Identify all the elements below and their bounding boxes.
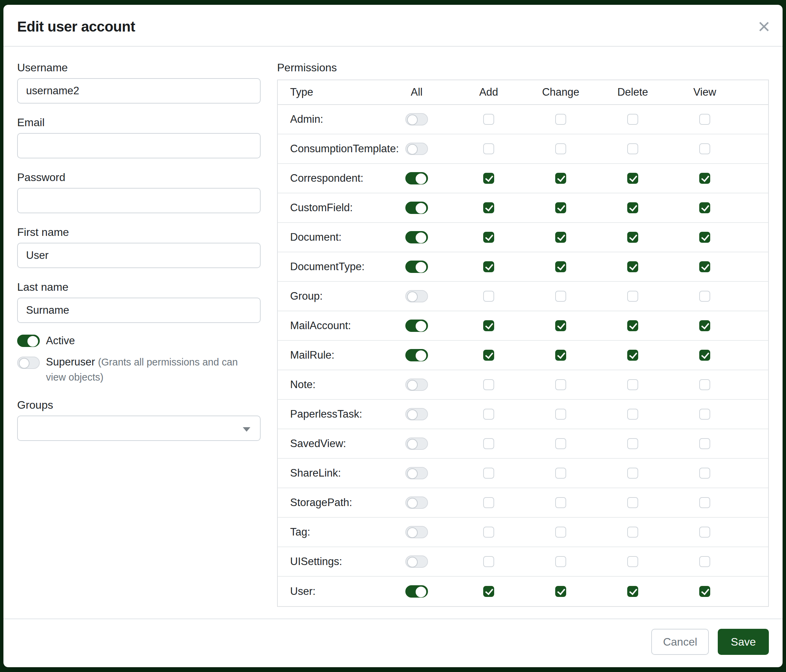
permission-all-toggle[interactable]: [406, 261, 428, 273]
permission-add-checkbox[interactable]: [483, 586, 494, 597]
permission-change-checkbox[interactable]: [555, 556, 566, 567]
permission-delete-checkbox[interactable]: [627, 173, 638, 184]
permission-add-checkbox[interactable]: [483, 438, 494, 449]
cancel-button[interactable]: Cancel: [651, 629, 709, 655]
groups-select[interactable]: [17, 416, 261, 441]
permission-all-cell: [380, 290, 453, 302]
permission-all-toggle[interactable]: [406, 496, 428, 509]
permission-view-checkbox[interactable]: [699, 261, 710, 272]
permission-add-checkbox[interactable]: [483, 556, 494, 567]
permission-change-checkbox[interactable]: [555, 409, 566, 420]
permission-delete-checkbox[interactable]: [627, 586, 638, 597]
permission-view-checkbox[interactable]: [699, 527, 710, 538]
permission-delete-checkbox[interactable]: [627, 468, 638, 479]
permission-add-checkbox[interactable]: [483, 173, 494, 184]
permission-all-toggle[interactable]: [406, 438, 428, 450]
permission-all-toggle[interactable]: [406, 378, 428, 391]
permission-delete-checkbox[interactable]: [627, 232, 638, 243]
permission-change-checkbox[interactable]: [555, 114, 566, 125]
permission-add-checkbox[interactable]: [483, 143, 494, 154]
permission-change-checkbox[interactable]: [555, 350, 566, 361]
permission-delete-checkbox[interactable]: [627, 438, 638, 449]
permission-delete-checkbox[interactable]: [627, 409, 638, 420]
permission-add-checkbox[interactable]: [483, 379, 494, 390]
permission-add-checkbox[interactable]: [483, 409, 494, 420]
permission-add-checkbox[interactable]: [483, 232, 494, 243]
permission-delete-checkbox[interactable]: [627, 527, 638, 538]
permission-change-checkbox[interactable]: [555, 527, 566, 538]
permission-delete-checkbox[interactable]: [627, 350, 638, 361]
permission-view-checkbox[interactable]: [699, 350, 710, 361]
permission-change-checkbox[interactable]: [555, 497, 566, 508]
permission-change-checkbox[interactable]: [555, 468, 566, 479]
permission-all-toggle[interactable]: [406, 290, 428, 302]
permission-delete-checkbox[interactable]: [627, 143, 638, 154]
permission-type-label: Note:: [278, 378, 380, 391]
save-button[interactable]: Save: [718, 629, 769, 655]
permissions-header-row: Type All Add Change Delete View: [278, 80, 768, 105]
permission-change-checkbox[interactable]: [555, 143, 566, 154]
permission-add-checkbox[interactable]: [483, 291, 494, 302]
first-name-field[interactable]: [17, 243, 261, 268]
permission-view-checkbox[interactable]: [699, 114, 710, 125]
permission-view-checkbox[interactable]: [699, 143, 710, 154]
permission-change-checkbox[interactable]: [555, 291, 566, 302]
permission-change-checkbox[interactable]: [555, 261, 566, 272]
username-input[interactable]: [17, 78, 261, 104]
permission-view-checkbox[interactable]: [699, 379, 710, 390]
permission-add-checkbox[interactable]: [483, 202, 494, 213]
permission-view-checkbox[interactable]: [699, 468, 710, 479]
permission-change-checkbox[interactable]: [555, 438, 566, 449]
permission-all-toggle[interactable]: [406, 556, 428, 568]
permission-all-toggle[interactable]: [406, 526, 428, 538]
permission-add-checkbox[interactable]: [483, 320, 494, 331]
permission-add-checkbox[interactable]: [483, 497, 494, 508]
permission-all-toggle[interactable]: [406, 349, 428, 361]
permission-view-checkbox[interactable]: [699, 556, 710, 567]
permission-view-cell: [669, 114, 741, 125]
permission-delete-checkbox[interactable]: [627, 202, 638, 213]
active-toggle[interactable]: [17, 334, 40, 347]
permission-change-checkbox[interactable]: [555, 379, 566, 390]
permission-add-checkbox[interactable]: [483, 468, 494, 479]
permission-all-toggle[interactable]: [406, 408, 428, 420]
close-icon[interactable]: ×: [758, 16, 770, 37]
permission-change-checkbox[interactable]: [555, 320, 566, 331]
permission-delete-checkbox[interactable]: [627, 291, 638, 302]
permission-add-checkbox[interactable]: [483, 350, 494, 361]
permission-delete-checkbox[interactable]: [627, 556, 638, 567]
permission-all-toggle[interactable]: [406, 467, 428, 479]
permission-add-checkbox[interactable]: [483, 114, 494, 125]
permission-all-toggle[interactable]: [406, 320, 428, 332]
permission-add-checkbox[interactable]: [483, 527, 494, 538]
permission-view-checkbox[interactable]: [699, 320, 710, 331]
permission-delete-checkbox[interactable]: [627, 379, 638, 390]
permission-change-checkbox[interactable]: [555, 586, 566, 597]
permission-all-toggle[interactable]: [406, 585, 428, 598]
permission-change-checkbox[interactable]: [555, 173, 566, 184]
password-field[interactable]: [17, 188, 261, 213]
permission-all-toggle[interactable]: [406, 172, 428, 184]
permission-view-checkbox[interactable]: [699, 232, 710, 243]
permission-view-checkbox[interactable]: [699, 173, 710, 184]
permission-all-toggle[interactable]: [406, 231, 428, 243]
permission-view-checkbox[interactable]: [699, 202, 710, 213]
permission-all-toggle[interactable]: [406, 143, 428, 155]
permission-add-checkbox[interactable]: [483, 261, 494, 272]
permission-view-checkbox[interactable]: [699, 586, 710, 597]
superuser-toggle[interactable]: [17, 356, 40, 369]
permission-delete-checkbox[interactable]: [627, 114, 638, 125]
permission-change-checkbox[interactable]: [555, 202, 566, 213]
permission-change-checkbox[interactable]: [555, 232, 566, 243]
permission-view-checkbox[interactable]: [699, 291, 710, 302]
permission-delete-checkbox[interactable]: [627, 320, 638, 331]
permission-all-toggle[interactable]: [406, 202, 428, 214]
email-field[interactable]: [17, 133, 261, 159]
permission-view-checkbox[interactable]: [699, 438, 710, 449]
permission-delete-checkbox[interactable]: [627, 261, 638, 272]
permission-view-checkbox[interactable]: [699, 409, 710, 420]
last-name-field[interactable]: [17, 298, 261, 323]
permission-view-checkbox[interactable]: [699, 497, 710, 508]
permission-all-toggle[interactable]: [406, 113, 428, 126]
permission-delete-checkbox[interactable]: [627, 497, 638, 508]
